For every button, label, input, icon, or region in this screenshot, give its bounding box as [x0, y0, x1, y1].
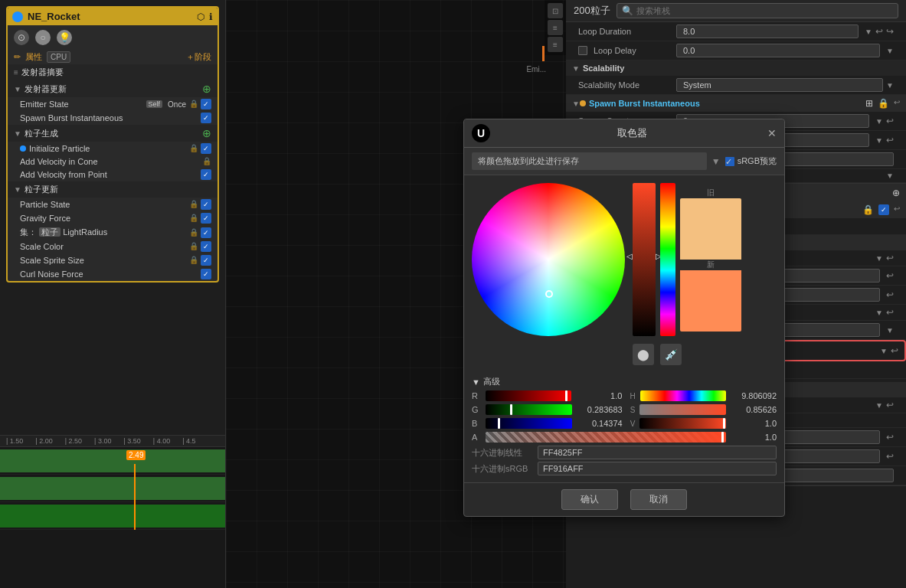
- init-reset-icon[interactable]: ↩: [894, 204, 900, 215]
- scale-sprite-check[interactable]: ✓: [201, 255, 211, 266]
- sprite-size-expand[interactable]: ▼: [875, 401, 883, 410]
- r-slider[interactable]: [486, 390, 571, 401]
- node-bulb-icon[interactable]: 💡: [57, 30, 72, 45]
- srgb-check[interactable]: ✓ sRGB预览: [725, 155, 777, 167]
- emitter-update-add-icon[interactable]: ⊕: [202, 83, 211, 95]
- loop-delay-expand[interactable]: ▼: [886, 47, 894, 55]
- node-power-icon[interactable]: ⊙: [14, 30, 29, 45]
- v-slider[interactable]: [639, 418, 726, 429]
- loop-delay-icons: ▼: [886, 47, 894, 55]
- loop-delay-label-area: Loop Delay: [578, 46, 670, 55]
- add-velocity-cone-item[interactable]: Add Velocity in Cone 🔒: [8, 155, 218, 168]
- h-slider[interactable]: [640, 390, 726, 401]
- color-circle-icon[interactable]: ⬤: [633, 344, 654, 365]
- color-reset[interactable]: ↩: [891, 345, 898, 356]
- lifetime-expand[interactable]: ▼: [875, 254, 883, 263]
- position-reset[interactable]: ↩: [886, 307, 894, 318]
- loop-duration-input[interactable]: [676, 24, 859, 38]
- sprite-max-reset[interactable]: ↩: [886, 451, 894, 462]
- dropdown-arrow-icon[interactable]: ▼: [711, 156, 721, 167]
- cancel-button[interactable]: 取消: [630, 489, 687, 510]
- srgb-checkbox-icon[interactable]: ✓: [725, 157, 734, 166]
- velocity-point-check[interactable]: ✓: [201, 169, 211, 180]
- lifetime-max-reset[interactable]: ↩: [886, 289, 894, 300]
- particle-gen-add-icon[interactable]: ⊕: [892, 188, 900, 198]
- s-value: 0.85626: [731, 405, 777, 414]
- init-particle-check[interactable]: ✓: [878, 204, 889, 215]
- emitter-update-header[interactable]: ▼ 发射器更新 ⊕: [8, 80, 218, 97]
- spawn-burst-item[interactable]: Spawn Burst Instantaneous ✓: [8, 111, 218, 125]
- color-wheel-cursor[interactable]: [545, 290, 553, 298]
- side-icon-3[interactable]: ≡: [548, 37, 563, 52]
- emitter-state-item[interactable]: Emitter State Self Once 🔒 ✓: [8, 97, 218, 111]
- loop-delay-input[interactable]: [676, 44, 880, 57]
- loop-duration-reset[interactable]: ↩: [875, 26, 883, 37]
- a-slider[interactable]: [486, 432, 726, 443]
- advanced-toggle[interactable]: ▼ 高级: [472, 373, 777, 390]
- hex-linear-input[interactable]: [538, 446, 777, 459]
- hex-srgb-input[interactable]: [538, 462, 777, 475]
- search-input[interactable]: [636, 6, 893, 15]
- value-bar[interactable]: ◁ ▷: [633, 183, 656, 336]
- particle-state-item[interactable]: Particle State 🔒 ✓: [8, 198, 218, 211]
- spawn-check-icon[interactable]: ✓: [201, 113, 211, 123]
- scalability-header[interactable]: ▼ Scalability: [566, 60, 906, 76]
- spawn-count-expand[interactable]: ▼: [875, 117, 883, 126]
- curl-check[interactable]: ✓: [201, 269, 211, 279]
- add-velocity-point-item[interactable]: Add Velocity from Point ✓: [8, 168, 218, 181]
- node-info-icon[interactable]: ℹ: [209, 11, 213, 22]
- spawn-time-reset[interactable]: ↩: [886, 135, 894, 145]
- init-check-icon[interactable]: ✓: [201, 143, 211, 154]
- check-icon[interactable]: ✓: [201, 99, 211, 109]
- lifetime-reset[interactable]: ↩: [886, 253, 894, 263]
- spawn-count-reset[interactable]: ↩: [886, 116, 894, 126]
- hue-bar[interactable]: [660, 183, 675, 336]
- node-circle2-icon[interactable]: ○: [35, 30, 51, 45]
- curl-noise-item[interactable]: Curl Noise Force ✓: [8, 267, 218, 281]
- spawn-icon-2[interactable]: 🔒: [878, 98, 889, 109]
- ps-check-icon[interactable]: ✓: [201, 199, 211, 210]
- initialize-particle-item[interactable]: Initialize Particle 🔒 ✓: [8, 142, 218, 155]
- canvas-area: ⊡ ≡ ≡ Emi... U 取色器 ✕ 将颜色拖放到此处进行保存 ▼ ✓ sR…: [226, 0, 566, 588]
- loop-delay-checkbox[interactable]: [578, 46, 587, 55]
- init-particle-lock-icon[interactable]: 🔒: [862, 204, 874, 215]
- scalability-mode-dropdown[interactable]: ▼: [886, 81, 894, 90]
- gravity-check-icon[interactable]: ✓: [201, 213, 211, 224]
- loop-duration-expand[interactable]: ▼: [865, 28, 872, 36]
- spawn-time-expand[interactable]: ▼: [875, 136, 883, 145]
- search-box[interactable]: 🔍: [617, 3, 898, 18]
- scale-color-check[interactable]: ✓: [201, 241, 211, 252]
- add-stage-btn[interactable]: ＋阶段: [186, 51, 211, 63]
- particle-gen-add-icon[interactable]: ⊕: [202, 127, 211, 139]
- color-drop-area[interactable]: 将颜色拖放到此处进行保存 ▼ ✓ sRGB预览: [464, 148, 784, 175]
- cluster-item[interactable]: 集： 粒子 LightRadius 🔒 ✓: [8, 225, 218, 240]
- b-slider[interactable]: [486, 418, 572, 429]
- dialog-close-btn[interactable]: ✕: [767, 127, 777, 139]
- cluster-check[interactable]: ✓: [201, 227, 211, 238]
- mass-expand[interactable]: ▼: [886, 326, 894, 335]
- g-slider[interactable]: [486, 404, 572, 415]
- eyedropper-icon[interactable]: 💉: [660, 344, 682, 365]
- side-icon-1[interactable]: ⊡: [548, 3, 563, 18]
- sprite-min-reset[interactable]: ↩: [886, 432, 894, 443]
- loop-duration-back[interactable]: ↪: [886, 26, 894, 37]
- sprite-size-reset[interactable]: ↩: [886, 400, 894, 410]
- particle-update-header[interactable]: ▼ 粒子更新: [8, 181, 218, 198]
- spawn-reset-icon[interactable]: ↩: [894, 98, 900, 109]
- s-slider[interactable]: [639, 404, 726, 415]
- spawn-extra-expand[interactable]: ▼: [886, 172, 894, 180]
- gravity-force-item[interactable]: Gravity Force 🔒 ✓: [8, 211, 218, 225]
- color-wheel[interactable]: [472, 183, 625, 336]
- side-icon-2[interactable]: ≡: [548, 20, 563, 35]
- scale-color-item[interactable]: Scale Color 🔒 ✓: [8, 240, 218, 253]
- particle-gen-header[interactable]: ▼ 粒子生成 ⊕: [8, 125, 218, 142]
- emitter-summary-header[interactable]: ≡ 发射器摘要: [8, 64, 218, 80]
- position-expand[interactable]: ▼: [875, 309, 883, 317]
- confirm-button[interactable]: 确认: [561, 489, 618, 510]
- timeline-playhead[interactable]: [134, 464, 136, 530]
- node-export-icon[interactable]: ⬡: [197, 11, 204, 22]
- lifetime-min-reset[interactable]: ↩: [886, 270, 894, 281]
- scale-sprite-item[interactable]: Scale Sprite Size 🔒 ✓: [8, 253, 218, 267]
- spawn-icon-1[interactable]: ⊞: [865, 98, 873, 109]
- color-expand[interactable]: ▼: [880, 347, 888, 355]
